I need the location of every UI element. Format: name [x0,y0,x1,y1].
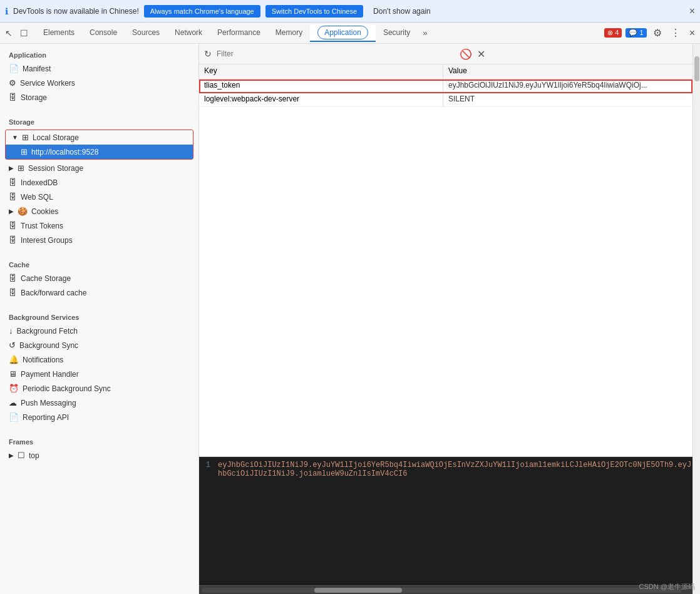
sidebar-item-reporting[interactable]: 📄 Reporting API [0,410,198,424]
cell-key-1: loglevel:webpack-dev-server [199,93,443,106]
filter-input[interactable] [217,49,455,58]
notifications-label: Notifications [23,356,63,364]
more-tabs-button[interactable]: » [418,26,432,40]
bottom-line: 1 eyJhbGciOiJIUzI1NiJ9.eyJuYW1lIjoi6YeR5… [199,461,692,478]
chat-badge: 💬 1 [625,28,646,38]
refresh-button[interactable]: ↻ [204,49,212,59]
service-workers-label: Service Workers [20,79,75,88]
match-language-button[interactable]: Always match Chrome's language [144,5,260,18]
info-close-button[interactable]: × [689,6,695,17]
indexeddb-icon: 🗄 [9,178,17,187]
sidebar-item-push[interactable]: ☁ Push Messaging [0,396,198,410]
websql-icon: 🗄 [9,192,17,202]
interest-groups-label: Interest Groups [21,236,73,245]
sidebar-item-payment[interactable]: 🖥 Payment Handler [0,367,198,381]
local-storage-arrow: ▼ [12,134,18,141]
filter-clear-button[interactable]: ✕ [477,48,485,60]
tab-bar: ↖ ☐ Elements Console Sources Network Per… [0,23,700,44]
reporting-icon: 📄 [9,412,19,422]
bg-fetch-label: Background Fetch [17,327,78,335]
sidebar-item-storage[interactable]: 🗄 Storage [0,90,198,105]
sidebar-item-localhost[interactable]: ⊞ http://localhost:9528 [6,145,193,159]
sidebar-item-indexeddb[interactable]: 🗄 IndexedDB [0,175,198,190]
service-workers-icon: ⚙ [9,78,16,88]
sidebar-item-cookies[interactable]: ▶ 🍪 Cookies [0,204,198,218]
device-mode-button[interactable]: ☐ [18,26,31,41]
tab-sources[interactable]: Sources [125,24,167,42]
cell-key-0: tlias_token [199,79,443,93]
sidebar-item-trust-tokens[interactable]: 🗄 Trust Tokens [0,218,198,233]
dismiss-button[interactable]: Don't show again [373,7,431,16]
payment-label: Payment Handler [21,370,79,379]
trust-tokens-icon: 🗄 [9,221,17,230]
bg-sync-icon: ↺ [9,341,16,350]
sidebar-item-back-forward[interactable]: 🗄 Back/forward cache [0,285,198,300]
bottom-panel-content: 1 eyJhbGciOiJIUzI1NiJ9.eyJuYW1lIjoi6YeR5… [199,457,692,585]
sidebar-item-cache-storage[interactable]: 🗄 Cache Storage [0,271,198,285]
info-text: DevTools is now available in Chinese! [13,7,139,16]
sidebar: Application 📄 Manifest ⚙ Service Workers… [0,44,199,594]
top-icon: ☐ [18,451,25,460]
cell-val-1: SILENT [443,93,692,106]
cookies-label: Cookies [31,207,58,216]
sidebar-item-local-storage[interactable]: ▼ ⊞ Local Storage [6,130,193,145]
tab-memory[interactable]: Memory [268,24,310,42]
payment-icon: 🖥 [9,369,17,379]
settings-button[interactable]: ⚙ [651,24,664,41]
data-table: Key Value tlias_token eyJhbGciOiJIUzI1Ni… [199,64,692,456]
sidebar-item-websql[interactable]: 🗄 Web SQL [0,190,198,204]
indexeddb-label: IndexedDB [21,178,58,187]
back-forward-icon: 🗄 [9,288,17,297]
table-header: Key Value [199,64,692,79]
inspect-icon-button[interactable]: ↖ [3,26,15,41]
cache-section-title: Cache [0,253,198,271]
notifications-icon: 🔔 [9,355,19,364]
filter-bar: ↻ 🚫 ✕ [199,44,692,64]
app-section-title: Application [0,44,198,61]
info-icon: ℹ [5,6,8,16]
cell-val-0: eyJhbGciOiJIUzI1NiJ9.eyJuYW1lIjoi6YeR5bq… [443,79,692,93]
tab-security[interactable]: Security [376,24,418,42]
tab-console[interactable]: Console [82,24,125,42]
table-row[interactable]: tlias_token eyJhbGciOiJIUzI1NiJ9.eyJuYW1… [199,79,692,93]
periodic-label: Periodic Background Sync [23,384,111,393]
info-bar: ℹ DevTools is now available in Chinese! … [0,0,700,23]
sidebar-item-service-workers[interactable]: ⚙ Service Workers [0,76,198,90]
sidebar-item-bg-sync[interactable]: ↺ Background Sync [0,338,198,352]
tab-elements[interactable]: Elements [36,24,82,42]
table-row[interactable]: loglevel:webpack-dev-server SILENT [199,93,692,107]
more-options-button[interactable]: ⋮ [668,24,683,41]
right-panel: ↻ 🚫 ✕ Key Value tlias_token eyJhbGciOiJI… [199,44,692,594]
tab-application[interactable]: Application [310,24,376,42]
tab-performance[interactable]: Performance [210,24,268,42]
cookies-arrow: ▶ [9,208,14,215]
back-forward-label: Back/forward cache [21,289,86,297]
storage-section-title: Storage [0,111,198,128]
v-scroll-thumb[interactable] [694,56,699,81]
interest-groups-icon: 🗄 [9,235,17,245]
filter-block-button[interactable]: 🚫 [460,48,472,60]
watermark: CSDN @老牛源码 [639,582,695,591]
switch-chinese-button[interactable]: Switch DevTools to Chinese [265,5,363,18]
sidebar-item-manifest[interactable]: 📄 Manifest [0,61,198,76]
sidebar-item-notifications[interactable]: 🔔 Notifications [0,352,198,367]
localhost-icon: ⊞ [21,147,28,156]
frames-section-title: Frames [0,431,198,448]
sidebar-item-bg-fetch[interactable]: ↓ Background Fetch [0,324,198,338]
websql-label: Web SQL [21,193,53,202]
devtools-close-button[interactable]: × [687,25,697,41]
error-badge: ⊗ 4 [604,28,622,38]
local-storage-icon: ⊞ [22,133,29,142]
col-val-header: Value [443,64,692,79]
right-scrollbar[interactable] [692,44,700,594]
sidebar-item-periodic[interactable]: ⏰ Periodic Background Sync [0,381,198,396]
tab-network[interactable]: Network [167,24,210,42]
session-storage-arrow: ▶ [9,165,14,172]
table-body: tlias_token eyJhbGciOiJIUzI1NiJ9.eyJuYW1… [199,79,692,456]
sidebar-item-interest-groups[interactable]: 🗄 Interest Groups [0,233,198,247]
h-scrollbar-thumb[interactable] [314,588,402,593]
line-number: 1 [199,461,218,478]
sidebar-item-session-storage[interactable]: ▶ ⊞ Session Storage [0,161,198,175]
sidebar-item-top[interactable]: ▶ ☐ top [0,448,198,463]
trust-tokens-label: Trust Tokens [21,222,63,230]
